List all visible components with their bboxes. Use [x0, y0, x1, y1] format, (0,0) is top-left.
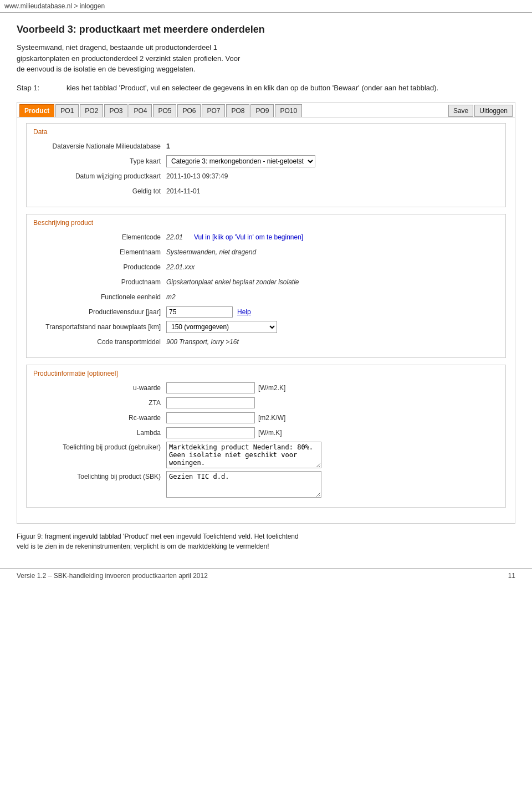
field-row-functionele: Functionele eenheid m2: [33, 291, 499, 303]
productinfo-section-title: Productinformatie [optioneel]: [33, 370, 499, 377]
value-codetransport: 900 Transport, lorry >16t: [166, 338, 239, 346]
field-row-productnaam: Productnaam Gipskartonplaat enkel beplaa…: [33, 276, 499, 288]
uitloggen-button[interactable]: Uitloggen: [474, 105, 513, 117]
field-row-geldig: Geldig tot 2014-11-01: [33, 185, 499, 197]
label-zta: ZTA: [33, 399, 166, 407]
field-row-zta: ZTA: [33, 397, 499, 409]
value-geldig: 2014-11-01: [166, 187, 200, 195]
value-datum: 2011-10-13 09:37:49: [166, 172, 228, 180]
value-elementcode: 22.01: [166, 233, 183, 241]
unit-lambda: [W/m.K]: [258, 429, 282, 437]
field-row-datum: Datum wijziging productkaart 2011-10-13 …: [33, 170, 499, 182]
beschrijving-section-title: Beschrijving product: [33, 219, 499, 227]
value-productnaam: Gipskartonplaat enkel beplaat zonder iso…: [166, 278, 299, 286]
step-text: kies het tabblad 'Product', vul en selec…: [66, 83, 515, 94]
tab-po7[interactable]: PO7: [202, 104, 225, 117]
bottom-bar: Versie 1.2 – SBK-handleiding invoeren pr…: [0, 568, 532, 583]
select-transport[interactable]: 150 (vormgegeven): [166, 321, 277, 333]
label-dataversie: Dataversie Nationale Milieudatabase: [33, 142, 166, 150]
field-row-dataversie: Dataversie Nationale Milieudatabase 1: [33, 140, 499, 152]
intro-text: Systeemwand, niet dragend, bestaande uit…: [17, 42, 515, 75]
field-row-toelichting-gebruiker: Toelichting bij product (gebruiker) Mark…: [33, 442, 499, 468]
value-functionele: m2: [166, 293, 176, 301]
tab-po4[interactable]: PO4: [129, 104, 152, 117]
label-geldig: Geldig tot: [33, 187, 166, 195]
label-toelichting-sbk: Toelichting bij product (SBK): [33, 471, 166, 480]
help-link[interactable]: Help: [237, 308, 251, 316]
value-elementnaam: Systeemwanden, niet dragend: [166, 248, 256, 256]
label-elementcode: Elementcode: [33, 233, 166, 241]
tab-po5[interactable]: PO5: [153, 104, 176, 117]
tab-product[interactable]: Product: [19, 104, 54, 117]
label-rcwaarde: Rc-waarde: [33, 414, 166, 422]
tab-po1[interactable]: PO1: [55, 104, 79, 117]
value-dataversie: 1: [166, 142, 170, 150]
unit-uwaarde: [W/m2.K]: [258, 384, 285, 392]
select-typekaart[interactable]: Categorie 3: merkongebonden - niet-getoe…: [166, 155, 315, 167]
tab-po10[interactable]: PO10: [275, 104, 302, 117]
step-block: Stap 1: kies het tabblad 'Product', vul …: [17, 83, 515, 94]
tab-bar: Product PO1 PO2 PO3 PO4 PO5 PO6 PO7 PO8 …: [17, 102, 515, 117]
form-container: Data Dataversie Nationale Milieudatabase…: [17, 117, 515, 524]
top-bar: www.milieudatabase.nl > inloggen: [0, 0, 532, 13]
label-codetransport: Code transportmiddel: [33, 338, 166, 346]
page-title: Voorbeeld 3: productkaart met meerdere o…: [17, 24, 515, 35]
label-uwaarde: u-waarde: [33, 384, 166, 392]
value-productcode: 22.01.xxx: [166, 263, 195, 271]
data-section-title: Data: [33, 128, 499, 136]
data-section: Data Dataversie Nationale Milieudatabase…: [26, 123, 506, 207]
tab-po6[interactable]: PO6: [177, 104, 201, 117]
label-datum: Datum wijziging productkaart: [33, 172, 166, 180]
label-toelichting-gebruiker: Toelichting bij product (gebruiker): [33, 442, 166, 451]
figure-caption: Figuur 9: fragment ingevuld tabblad 'Pro…: [17, 531, 515, 551]
input-lambda[interactable]: [166, 427, 255, 438]
save-button[interactable]: Save: [448, 105, 473, 117]
tab-po9[interactable]: PO9: [250, 104, 274, 117]
input-rcwaarde[interactable]: [166, 412, 255, 423]
url-text: www.milieudatabase.nl > inloggen: [4, 2, 105, 10]
field-row-elementcode: Elementcode 22.01 Vul in [klik op 'Vul i…: [33, 231, 499, 243]
label-elementnaam: Elementnaam: [33, 248, 166, 256]
field-row-productcode: Productcode 22.01.xxx: [33, 261, 499, 273]
field-row-toelichting-sbk: Toelichting bij product (SBK) Gezien TIC…: [33, 471, 499, 498]
input-uwaarde[interactable]: [166, 382, 255, 393]
page-number: 11: [508, 572, 515, 580]
step-label: Stap 1:: [17, 83, 66, 94]
tab-po2[interactable]: PO2: [80, 104, 103, 117]
textarea-toelichting-gebruiker[interactable]: Marktdekking product Nederland: 80%. Gee…: [166, 442, 321, 468]
tab-po8[interactable]: PO8: [226, 104, 249, 117]
field-row-lambda: Lambda [W/m.K]: [33, 427, 499, 439]
beschrijving-section: Beschrijving product Elementcode 22.01 V…: [26, 214, 506, 358]
label-productcode: Productcode: [33, 263, 166, 271]
tab-po3[interactable]: PO3: [104, 104, 127, 117]
vul-in-link[interactable]: Vul in [klik op 'Vul in' om te beginnen]: [194, 233, 303, 241]
field-row-typekaart: Type kaart Categorie 3: merkongebonden -…: [33, 155, 499, 167]
label-lambda: Lambda: [33, 429, 166, 437]
productinfo-section: Productinformatie [optioneel] u-waarde […: [26, 365, 506, 508]
field-row-transport: Transportafstand naar bouwplaats [km] 15…: [33, 321, 499, 333]
unit-rcwaarde: [m2.K/W]: [258, 414, 285, 422]
input-levensduur[interactable]: [166, 306, 233, 318]
textarea-toelichting-sbk[interactable]: Gezien TIC d.d.: [166, 471, 321, 498]
label-levensduur: Productlevensduur [jaar]: [33, 308, 166, 316]
field-row-elementnaam: Elementnaam Systeemwanden, niet dragend: [33, 246, 499, 258]
field-row-codetransport: Code transportmiddel 900 Transport, lorr…: [33, 336, 499, 348]
label-transport: Transportafstand naar bouwplaats [km]: [33, 323, 166, 331]
label-typekaart: Type kaart: [33, 157, 166, 165]
version-text: Versie 1.2 – SBK-handleiding invoeren pr…: [17, 572, 208, 580]
label-functionele: Functionele eenheid: [33, 293, 166, 301]
label-productnaam: Productnaam: [33, 278, 166, 286]
field-row-rcwaarde: Rc-waarde [m2.K/W]: [33, 412, 499, 424]
field-row-levensduur: Productlevensduur [jaar] Help: [33, 306, 499, 318]
field-row-uwaarde: u-waarde [W/m2.K]: [33, 382, 499, 394]
input-zta[interactable]: [166, 397, 255, 408]
